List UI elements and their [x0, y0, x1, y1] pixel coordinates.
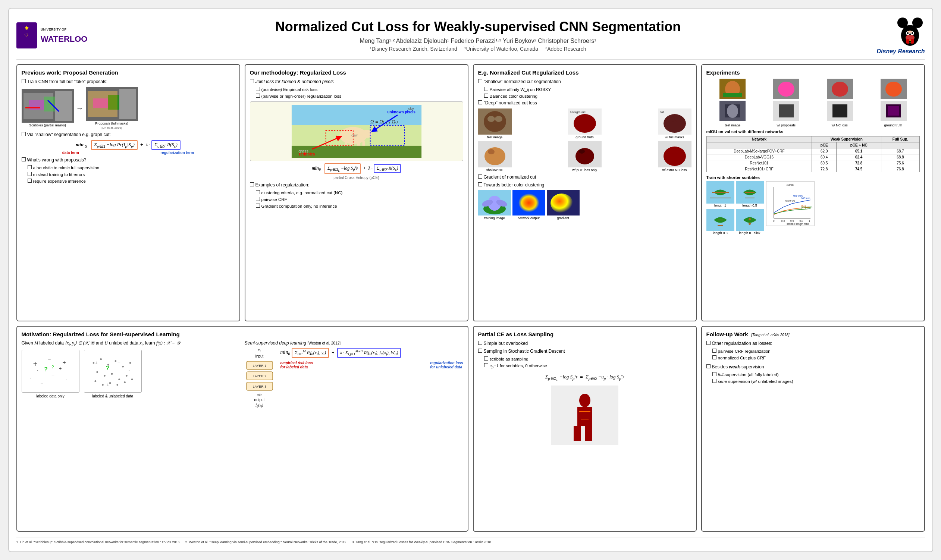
motivation-text1: Given M labeled data ⟨xi, yi⟩ ∈ (𝒳, 𝒴) a…	[22, 340, 240, 346]
checkbox-fs1	[712, 349, 716, 353]
svg-text:?: ?	[51, 364, 54, 369]
caption-ref: [Lin et al. 2016]	[102, 126, 122, 129]
label-proposals: w/ proposals	[760, 123, 813, 127]
footnotes-area: 1. Lin et al. "Scribblesup: Scribble-sup…	[16, 538, 925, 544]
reg-loss-box: λ · Σi,j=1M+U R(fθ(xi), fθ(xj), Wij)	[337, 348, 401, 358]
svg-text:·: ·	[128, 368, 130, 373]
f-theta-label: fθ(xi)	[256, 403, 263, 408]
svg-rect-173	[574, 426, 581, 441]
label-nc: w/ NC loss	[813, 123, 866, 127]
authors: Meng Tang¹·² Abdelaziz Djelouah¹ Federic…	[91, 38, 865, 45]
pce-item2: Sampling in Stochastic Gradient Descent	[478, 348, 692, 355]
ncut-row1: test image background ground truth	[478, 109, 692, 139]
pce-sub1: scribble as sampling	[478, 356, 692, 362]
checkbox-ms5	[256, 203, 260, 208]
labeled-unlabeled: ? + − + · labeled & unlabeled data	[84, 350, 142, 398]
output-img: network output	[513, 190, 545, 220]
ncut-full-svg: cat	[658, 109, 692, 135]
arrow-icon: →	[76, 104, 83, 112]
caption-both: labeled & unlabeled data	[92, 394, 133, 398]
full-val: 76.8	[881, 166, 919, 172]
svg-text:·: ·	[29, 375, 31, 380]
scribble-grid: length 1 length 0.5	[706, 181, 764, 235]
th-weak: Weak Supervision	[812, 137, 881, 142]
ncut-extra-svg	[658, 141, 692, 168]
svg-text:0.3: 0.3	[781, 220, 785, 222]
svg-rect-27	[119, 89, 136, 119]
svg-point-94	[727, 105, 738, 118]
svg-rect-140	[84, 350, 141, 392]
ncut-full-img: cat w/ full masks	[658, 109, 692, 139]
motivation-left: Given M labeled data ⟨xi, yi⟩ ∈ (𝒳, 𝒴) a…	[22, 340, 240, 408]
th-pce-nc: pCE + NC	[836, 142, 881, 148]
exp-img-svg3	[827, 78, 853, 99]
svg-point-82	[550, 194, 573, 213]
method-sub5: Gradient computation only, no inference	[250, 203, 463, 209]
svg-rect-85	[723, 93, 742, 97]
checkbox-ns1	[484, 87, 488, 91]
exp-img-r1c2	[760, 78, 812, 99]
pce-nc-val: 74.5	[836, 166, 881, 172]
checkbox-f1	[706, 341, 710, 345]
svg-text:⚜: ⚜	[24, 25, 29, 31]
net-name: ResNet101	[706, 160, 812, 166]
disney-text: Disney Research	[865, 48, 925, 55]
svg-text:cow: cow	[351, 134, 358, 137]
svg-point-156	[123, 382, 125, 383]
footnote3: 3. Tang et al. "On Regularized Losses fo…	[352, 540, 492, 544]
checkbox-sub3	[28, 178, 32, 183]
exp-img-r2c4	[867, 101, 920, 121]
svg-point-65	[485, 147, 505, 165]
ncut-row2: shallow NC w/ pCE loss only	[478, 141, 692, 172]
svg-text:LAYER 1: LAYER 1	[253, 364, 266, 368]
footnote2: 2. Weston et al. "Deep learning via semi…	[185, 540, 347, 544]
main-grid: Previous work: Proposal Generation Train…	[16, 64, 925, 532]
table-row: DeepLab-VGG16 60.4 62.4 68.8	[706, 154, 919, 160]
ncut-item4: Towards better color clustering	[478, 182, 692, 188]
panel-motivation: Motivation: Regularized Loss for Semi-su…	[16, 326, 468, 532]
pce-nc-val: 72.8	[836, 160, 881, 166]
method-diagram: sky cow grass	[250, 102, 463, 161]
data-term-box: Σp∈Ω −log Pr(Ip|Sp)	[91, 140, 138, 150]
ncut-extra-img: w/ extra NC loss	[658, 141, 692, 172]
th-full2	[881, 142, 919, 148]
equation-prev: min S Σp∈Ω −log Pr(Ip|Sp) + λ · Σc∈ℱ R(S…	[22, 140, 235, 155]
motivation-title: Motivation: Regularized Loss for Semi-su…	[22, 331, 463, 337]
checkbox-pce2	[478, 349, 482, 353]
svg-point-87	[778, 82, 795, 97]
svg-point-151	[125, 375, 127, 377]
checkbox-pces2	[484, 363, 488, 367]
checkbox-fs4	[712, 379, 716, 383]
motivation-right: Semi-supervised deep learning [Weston et…	[245, 340, 463, 408]
output-svg	[513, 190, 545, 215]
svg-point-53	[495, 116, 502, 122]
train-svg	[478, 190, 511, 215]
scribble-image	[22, 89, 74, 123]
exp-image-grid	[706, 78, 920, 121]
affil3: ³Adobe Research	[546, 46, 586, 52]
scribble-len1: length 1	[706, 181, 735, 207]
scribble-img-len05	[736, 181, 764, 203]
method-item1: Joint loss for labeled & unlabeled pixel…	[250, 78, 463, 85]
svg-rect-172	[578, 407, 592, 426]
checkbox-sub1	[28, 165, 32, 169]
svg-point-80	[518, 194, 539, 212]
reg-term-box: Σc∈ℱ R(Sc)	[151, 140, 180, 150]
exp-img-svg7	[827, 101, 853, 121]
svg-point-52	[487, 116, 495, 122]
svg-text:−: −	[117, 360, 120, 366]
pce-item1: Simple but overlooked	[478, 340, 692, 347]
exp-img-svg6	[773, 101, 799, 121]
svg-point-113	[748, 218, 751, 220]
footnote1: 1. Lin et al. "Scribblesup: Scribble-sup…	[16, 540, 181, 544]
svg-rect-30	[88, 91, 117, 117]
svg-point-71	[664, 146, 686, 166]
ncut-pce-svg	[568, 141, 602, 168]
panel-ncut: E.g. Normalized Cut Regularized Loss "Sh…	[473, 64, 697, 322]
formula-row: minθ Σi=1M ℓ(fθ(xi), yi) + λ · Σi,j=1M+U…	[280, 348, 463, 358]
th-pce: pCE	[812, 142, 836, 148]
svg-point-91	[886, 82, 902, 97]
labeled-unlabeled-svg: ? + − + ·	[84, 350, 142, 392]
checkbox-icon3	[22, 157, 26, 162]
svg-point-62	[667, 116, 675, 122]
